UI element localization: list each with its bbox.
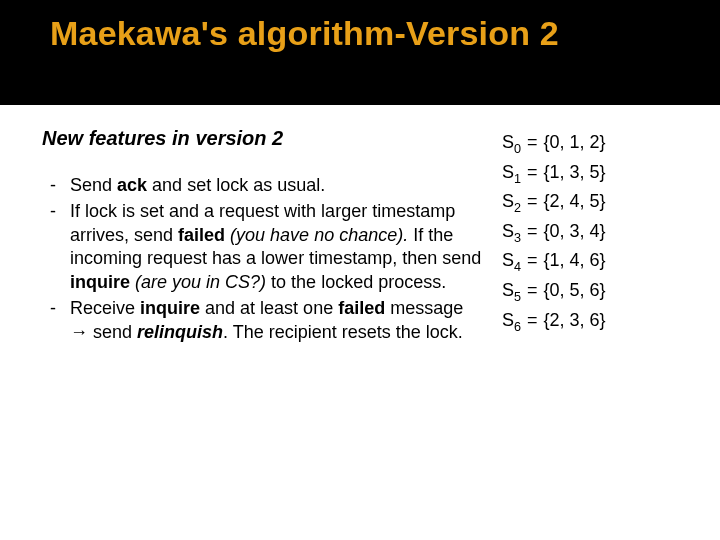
set-symbol: S1	[502, 159, 527, 189]
equals-sign: =	[527, 218, 544, 248]
list-item: Send ack and set lock as usual.	[42, 174, 484, 198]
set-value: {2, 3, 6}	[544, 307, 612, 337]
set-symbol: S5	[502, 277, 527, 307]
right-column: S0={0, 1, 2}S1={1, 3, 5}S2={2, 4, 5}S3={…	[502, 127, 692, 346]
equals-sign: =	[527, 159, 544, 189]
slide-body: New features in version 2 Send ack and s…	[0, 105, 720, 540]
subheading: New features in version 2	[42, 127, 484, 150]
table-row: S5={0, 5, 6}	[502, 277, 612, 307]
equals-sign: =	[527, 247, 544, 277]
set-symbol: S0	[502, 129, 527, 159]
set-value: {0, 3, 4}	[544, 218, 612, 248]
left-column: New features in version 2 Send ack and s…	[42, 127, 484, 346]
set-symbol: S6	[502, 307, 527, 337]
set-value: {2, 4, 5}	[544, 188, 612, 218]
slide: Maekawa's algorithm-Version 2 New featur…	[0, 0, 720, 540]
equals-sign: =	[527, 307, 544, 337]
table-row: S4={1, 4, 6}	[502, 247, 612, 277]
feature-list: Send ack and set lock as usual. If lock …	[42, 174, 484, 344]
table-row: S3={0, 3, 4}	[502, 218, 612, 248]
table-row: S0={0, 1, 2}	[502, 129, 612, 159]
sets-table: S0={0, 1, 2}S1={1, 3, 5}S2={2, 4, 5}S3={…	[502, 129, 612, 336]
table-row: S1={1, 3, 5}	[502, 159, 612, 189]
set-symbol: S3	[502, 218, 527, 248]
table-row: S2={2, 4, 5}	[502, 188, 612, 218]
list-item: If lock is set and a request with larger…	[42, 200, 484, 295]
equals-sign: =	[527, 277, 544, 307]
set-value: {0, 5, 6}	[544, 277, 612, 307]
set-value: {1, 3, 5}	[544, 159, 612, 189]
table-row: S6={2, 3, 6}	[502, 307, 612, 337]
set-value: {0, 1, 2}	[544, 129, 612, 159]
slide-title: Maekawa's algorithm-Version 2	[0, 0, 720, 63]
set-value: {1, 4, 6}	[544, 247, 612, 277]
set-symbol: S4	[502, 247, 527, 277]
list-item: Receive inquire and at least one failed …	[42, 297, 484, 345]
set-symbol: S2	[502, 188, 527, 218]
equals-sign: =	[527, 129, 544, 159]
equals-sign: =	[527, 188, 544, 218]
